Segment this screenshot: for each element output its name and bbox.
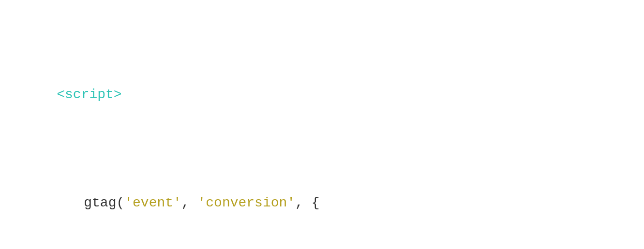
script-open-tag: <script> (57, 87, 121, 102)
comma1: , (181, 195, 198, 210)
comma2: , { (295, 195, 319, 210)
event-key: 'event' (124, 195, 181, 210)
gtag-call: gtag( (84, 195, 124, 210)
line-gtag: gtag('event', 'conversion', { (24, 171, 620, 236)
code-block: <script> gtag('event', 'conversion', { '… (24, 19, 620, 249)
line-open-script: <script> (24, 63, 620, 128)
event-value: 'conversion' (197, 195, 295, 210)
